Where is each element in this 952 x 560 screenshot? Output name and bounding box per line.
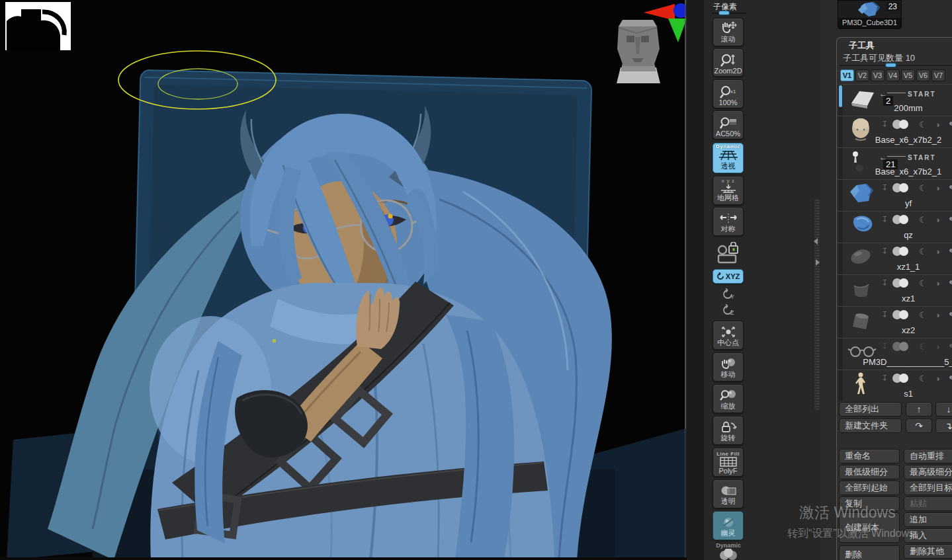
- insert-down-arrow-button[interactable]: ↴: [935, 419, 952, 433]
- tab-v4[interactable]: V4: [886, 69, 900, 81]
- row-download-icon[interactable]: ↧: [879, 374, 890, 383]
- sculpt-canvas[interactable]: [0, 0, 686, 560]
- scroll-right-arrow-icon[interactable]: [816, 259, 820, 266]
- delete-others-button[interactable]: 删除其他: [904, 544, 952, 559]
- camera-lock-icon[interactable]: [716, 242, 741, 266]
- append-button[interactable]: 追加: [904, 512, 952, 527]
- rotate-button[interactable]: 旋转: [713, 416, 744, 445]
- alpha-thumbnail[interactable]: [5, 2, 71, 50]
- row-visibility-icon[interactable]: [892, 183, 912, 192]
- all-to-target-button[interactable]: 全部到目标: [904, 481, 952, 495]
- row-download-icon[interactable]: ↧: [879, 310, 890, 319]
- center-point-button[interactable]: 中心点: [713, 321, 744, 350]
- row-halftone-icon[interactable]: ◑: [931, 120, 944, 130]
- list-all-button[interactable]: 全部列出: [839, 402, 902, 417]
- move-button[interactable]: 移动: [713, 352, 744, 381]
- row-visibility-icon[interactable]: [892, 120, 912, 129]
- subtool-row-s1[interactable]: ↧ ☾ ◑ ✎ s1: [837, 370, 952, 401]
- ghost-button[interactable]: 幽灵: [713, 511, 744, 540]
- subtool-row-base-x6-x7b2-2[interactable]: ↧ ☾ ◑ ✎ Base_x6_x7b2_2: [837, 116, 952, 147]
- active-tool-thumbnail[interactable]: 23 PM3D_Cube3D1: [838, 0, 902, 29]
- subtool-row-base-x6-x7b2-1[interactable]: ←START ✎ 21 Base_x6_x7b2_1: [837, 147, 952, 179]
- antialias-half-button[interactable]: AC50%: [713, 110, 744, 140]
- row-visibility-icon[interactable]: [892, 247, 912, 256]
- row-brush-icon[interactable]: ✎: [945, 276, 952, 289]
- auto-reorder-button[interactable]: 自动重排: [904, 449, 952, 463]
- row-moon-icon[interactable]: ☾: [916, 278, 930, 288]
- actual-size-button[interactable]: x1 100%: [713, 79, 744, 108]
- subtool-row-qz[interactable]: ↧ ☾ ◑ ✎ qz: [837, 211, 952, 243]
- row-halftone-icon[interactable]: ◑: [931, 342, 944, 352]
- row-moon-icon[interactable]: ☾: [916, 310, 930, 320]
- row-brush-icon[interactable]: ✎: [945, 118, 952, 130]
- row-download-icon[interactable]: ↧: [879, 247, 890, 256]
- row-download-icon[interactable]: ↧: [879, 278, 890, 288]
- move-down-button[interactable]: ↓: [935, 402, 952, 417]
- tab-v7[interactable]: V7: [931, 69, 945, 81]
- duplicate-button[interactable]: 创建副本: [839, 512, 900, 543]
- subtool-row-xz1[interactable]: ↧ ☾ ◑ ✎ xz1: [837, 274, 952, 306]
- row-halftone-icon[interactable]: ◑: [931, 247, 944, 257]
- row-brush-icon[interactable]: ✎: [945, 308, 952, 321]
- tab-v5[interactable]: V5: [901, 69, 915, 81]
- tab-v2[interactable]: V2: [855, 69, 869, 81]
- rotate-z-icon[interactable]: Z: [721, 304, 736, 316]
- view-head-widget[interactable]: [617, 20, 660, 83]
- tab-v1[interactable]: V1: [840, 69, 854, 81]
- floor-grid-button[interactable]: x y z 地网格: [713, 176, 744, 205]
- row-download-icon[interactable]: ↧: [879, 120, 890, 129]
- subtool-row-200mm[interactable]: ←START ✎ 2 200mm: [837, 84, 952, 116]
- row-brush-icon[interactable]: ✎: [945, 181, 952, 194]
- subtool-visible-count[interactable]: 子工具可见数量 10: [843, 52, 915, 64]
- row-visibility-icon[interactable]: [892, 310, 912, 319]
- transparent-button[interactable]: 透明: [713, 479, 744, 508]
- row-brush-icon[interactable]: ✎: [945, 372, 952, 384]
- scale-button[interactable]: 缩放: [713, 384, 744, 413]
- row-brush-icon[interactable]: ✎: [945, 213, 952, 225]
- dynamic-spheres-icon[interactable]: [718, 549, 738, 560]
- rename-button[interactable]: 重命名: [839, 449, 900, 463]
- row-brush-icon[interactable]: ✎: [945, 245, 952, 257]
- row-visibility-icon[interactable]: [892, 278, 912, 288]
- subtool-row-yf[interactable]: ↧ ☾ ◑ ✎ yf: [837, 179, 952, 211]
- highest-subdiv-button[interactable]: 最高级细分: [904, 465, 952, 479]
- row-moon-icon[interactable]: ☾: [916, 374, 930, 383]
- zoom2d-button[interactable]: Zoom2D: [713, 48, 744, 77]
- tab-v6[interactable]: V6: [916, 69, 930, 81]
- delete-button[interactable]: 删除: [839, 545, 900, 560]
- subtool-row-xz1-1[interactable]: ↧ ☾ ◑ ✎ xz1_1: [837, 243, 952, 274]
- row-halftone-icon[interactable]: ◑: [931, 374, 944, 383]
- row-brush-icon[interactable]: ✎: [945, 340, 952, 352]
- row-moon-icon[interactable]: ☾: [916, 342, 930, 352]
- lowest-subdiv-button[interactable]: 最低级细分: [839, 465, 900, 479]
- paste-button[interactable]: 粘贴: [904, 497, 952, 511]
- scroll-button[interactable]: 滚动: [713, 18, 744, 46]
- subpixel-slider-handle[interactable]: [718, 11, 730, 15]
- subtool-row-xz2[interactable]: ↧ ☾ ◑ ✎ xz2: [837, 306, 952, 338]
- move-up-button[interactable]: ↑: [906, 402, 932, 417]
- insert-button[interactable]: 插入: [904, 528, 952, 543]
- rotate-xyz-button[interactable]: XYZ: [713, 269, 744, 284]
- row-download-icon[interactable]: ↧: [879, 183, 890, 192]
- brush-panel-scrollbar[interactable]: [814, 198, 820, 410]
- row-download-icon[interactable]: ↧: [879, 215, 890, 224]
- row-visibility-icon[interactable]: [892, 374, 912, 383]
- all-to-start-button[interactable]: 全部到起始: [839, 481, 900, 495]
- row-visibility-icon[interactable]: [892, 342, 912, 351]
- row-moon-icon[interactable]: ☾: [916, 183, 930, 193]
- row-halftone-icon[interactable]: ◑: [931, 183, 944, 193]
- row-moon-icon[interactable]: ☾: [916, 247, 930, 257]
- row-moon-icon[interactable]: ☾: [916, 120, 930, 130]
- scroll-left-arrow-icon[interactable]: [814, 238, 818, 245]
- row-halftone-icon[interactable]: ◑: [931, 278, 944, 288]
- row-halftone-icon[interactable]: ◑: [931, 215, 944, 225]
- visible-count-slider-handle[interactable]: [885, 63, 896, 67]
- rotate-y-icon[interactable]: Y: [721, 288, 736, 300]
- row-download-icon[interactable]: ↧: [879, 342, 890, 351]
- polyframe-button[interactable]: Line Fill PolyF: [713, 448, 744, 477]
- row-moon-icon[interactable]: ☾: [916, 215, 930, 225]
- new-folder-button[interactable]: 新建文件夹: [839, 419, 902, 433]
- redo-arrow-button[interactable]: ↷: [906, 419, 932, 433]
- copy-button[interactable]: 复制: [839, 497, 900, 511]
- row-halftone-icon[interactable]: ◑: [931, 310, 944, 320]
